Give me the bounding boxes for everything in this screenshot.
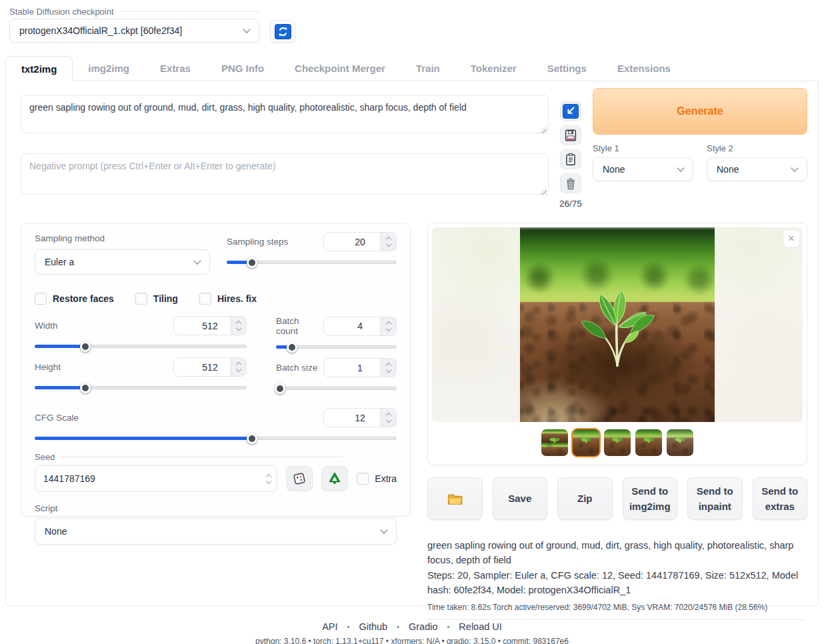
tiling-label: Tiling xyxy=(153,293,178,304)
paste-params-button[interactable] xyxy=(560,101,581,121)
gallery-blur-left xyxy=(432,227,520,422)
style2-dropdown[interactable]: None xyxy=(707,157,807,181)
checkpoint-value: protogenX34OfficialR_1.ckpt [60fe2f34] xyxy=(19,25,182,36)
cfg-scale-slider[interactable] xyxy=(35,433,397,443)
prompt-input[interactable]: green sapling rowing out of ground, mud,… xyxy=(21,95,549,133)
height-slider[interactable] xyxy=(35,383,247,393)
batch-count-label: Batch count xyxy=(276,316,323,336)
reload-ui-link[interactable]: Reload UI xyxy=(459,621,501,632)
thumbnail-5[interactable] xyxy=(665,428,695,457)
random-seed-button[interactable] xyxy=(286,466,313,491)
stepper-icon[interactable] xyxy=(230,317,246,335)
width-input[interactable]: 512 xyxy=(173,316,247,335)
batch-count-group: Batch count 4 xyxy=(276,316,397,352)
batch-count-slider[interactable] xyxy=(276,342,397,352)
height-input[interactable]: 512 xyxy=(173,357,247,377)
parameters-panel: Sampling method Euler a Sampling steps 2… xyxy=(21,223,411,517)
generation-info: green sapling rowing out of ground, mud,… xyxy=(427,538,807,620)
toggles-row: Restore faces Tiling Hires. fix xyxy=(35,293,397,305)
generated-image[interactable] xyxy=(520,227,715,422)
cfg-scale-value: 12 xyxy=(355,413,365,423)
tiling-toggle[interactable]: Tiling xyxy=(135,293,178,305)
api-link[interactable]: API xyxy=(322,621,337,632)
stepper-icon[interactable] xyxy=(261,466,277,491)
sampling-steps-input[interactable]: 20 xyxy=(323,232,397,251)
thumbnail-2-selected[interactable] xyxy=(571,428,601,457)
width-slider[interactable] xyxy=(35,341,247,351)
tab-txt2img[interactable]: txt2img xyxy=(5,56,73,81)
seed-input[interactable]: 1441787169 xyxy=(35,465,277,492)
tab-extensions[interactable]: Extensions xyxy=(602,56,686,81)
sapling-graphic xyxy=(574,271,661,371)
cfg-scale-input[interactable]: 12 xyxy=(323,408,397,427)
chevron-down-icon xyxy=(243,25,250,33)
thumbnail-4[interactable] xyxy=(634,428,663,457)
style2-label: Style 2 xyxy=(707,143,807,153)
style2-group: Style 2 None xyxy=(707,143,807,181)
restore-faces-toggle[interactable]: Restore faces xyxy=(35,293,114,305)
open-folder-button[interactable] xyxy=(427,477,483,520)
clear-prompt-button[interactable] xyxy=(560,173,581,193)
refresh-checkpoints-button[interactable] xyxy=(270,20,295,43)
sampling-steps-slider[interactable] xyxy=(227,257,397,267)
thumbnail-1[interactable] xyxy=(540,428,569,457)
seed-value: 1441787169 xyxy=(43,473,95,484)
stepper-icon[interactable] xyxy=(380,233,396,251)
tab-settings[interactable]: Settings xyxy=(532,56,602,81)
tab-tokenizer[interactable]: Tokenizer xyxy=(455,56,532,81)
version-info: python: 3.10.6 • torch: 1.13.1+cu117 • x… xyxy=(0,637,824,644)
script-dropdown[interactable]: None xyxy=(35,518,397,545)
thumbnail-3[interactable] xyxy=(603,428,632,457)
extra-seed-toggle[interactable]: Extra xyxy=(357,473,397,485)
batch-count-input[interactable]: 4 xyxy=(323,317,397,336)
batch-size-input[interactable]: 1 xyxy=(323,358,397,377)
github-link[interactable]: Github xyxy=(359,621,387,632)
main-tabbar: txt2img img2img Extras PNG Info Checkpoi… xyxy=(5,56,819,81)
extra-checkbox[interactable] xyxy=(357,473,369,485)
checkpoint-select-group: Stable Diffusion checkpoint protogenX34O… xyxy=(9,7,259,43)
footer-links: API • Github • Gradio • Reload UI xyxy=(0,621,824,632)
height-group: Height 512 xyxy=(35,357,247,393)
checkpoint-dropdown[interactable]: protogenX34OfficialR_1.ckpt [60fe2f34] xyxy=(9,19,259,43)
sampling-method-value: Euler a xyxy=(45,257,74,267)
save-button[interactable]: Save xyxy=(493,477,548,520)
tab-img2img[interactable]: img2img xyxy=(73,56,145,81)
hires-fix-checkbox[interactable] xyxy=(199,293,211,305)
thumbnail-strip xyxy=(432,422,803,461)
stepper-icon[interactable] xyxy=(380,359,396,377)
send-to-extras-button[interactable]: Send to extras xyxy=(753,477,808,520)
save-style-button[interactable] xyxy=(560,125,581,145)
style1-dropdown[interactable]: None xyxy=(593,157,693,181)
generate-button[interactable]: Generate xyxy=(593,88,807,135)
hires-fix-toggle[interactable]: Hires. fix xyxy=(199,293,257,305)
negative-prompt-input[interactable] xyxy=(21,153,549,195)
apply-style-button[interactable] xyxy=(560,149,581,169)
stepper-icon[interactable] xyxy=(380,317,396,335)
tab-extras[interactable]: Extras xyxy=(145,56,206,81)
stepper-icon[interactable] xyxy=(380,409,396,427)
close-gallery-button[interactable]: × xyxy=(783,230,800,247)
checkpoint-label-text: Stable Diffusion checkpoint xyxy=(9,7,114,17)
reuse-seed-button[interactable] xyxy=(321,466,348,491)
prompt-row: green sapling rowing out of ground, mud,… xyxy=(21,95,807,209)
batch-size-label: Batch size xyxy=(276,363,317,373)
checkpoint-header: Stable Diffusion checkpoint protogenX34O… xyxy=(0,0,824,43)
send-to-inpaint-button[interactable]: Send to inpaint xyxy=(687,477,743,520)
gradio-link[interactable]: Gradio xyxy=(409,621,438,632)
restore-faces-checkbox[interactable] xyxy=(35,293,47,305)
bullet-separator: • xyxy=(447,623,450,631)
seed-label-text: Seed xyxy=(35,452,55,462)
batch-size-slider[interactable] xyxy=(276,383,397,393)
tiling-checkbox[interactable] xyxy=(135,293,147,305)
send-to-img2img-button[interactable]: Send to img2img xyxy=(623,477,678,520)
txt2img-panel: green sapling rowing out of ground, mud,… xyxy=(5,81,819,606)
sampling-method-dropdown[interactable]: Euler a xyxy=(35,249,210,275)
stepper-icon[interactable] xyxy=(230,358,246,376)
tab-train[interactable]: Train xyxy=(401,56,455,81)
style1-value: None xyxy=(603,164,625,175)
zip-button[interactable]: Zip xyxy=(557,477,613,520)
sampling-method-label: Sampling method xyxy=(35,233,105,243)
bullet-separator: • xyxy=(347,623,350,631)
tab-checkpoint-merger[interactable]: Checkpoint Merger xyxy=(279,56,401,81)
tab-png-info[interactable]: PNG Info xyxy=(206,56,279,81)
